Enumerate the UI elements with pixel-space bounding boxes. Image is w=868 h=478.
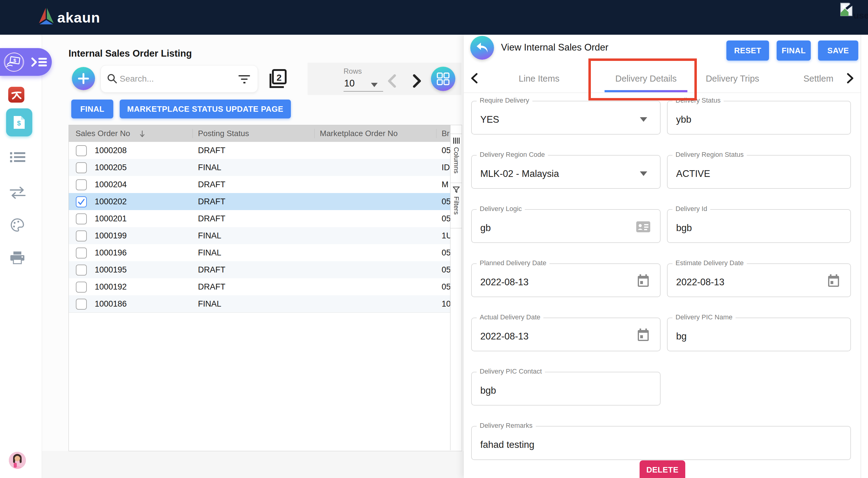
tab-settlement[interactable]: Settlem [803,69,841,88]
add-order-button[interactable] [72,67,95,90]
chevron-right-icon [846,73,854,84]
search-bar[interactable]: Search... [100,65,258,93]
column-header-sales-order-no[interactable]: Sales Order No [75,125,130,142]
tab-delivery-trips[interactable]: Delivery Trips [702,69,763,88]
search-icon [107,73,117,84]
field-delivery-pic-contact[interactable]: Delivery PIC Contact bgb [471,372,660,406]
cell-order-no: 1000202 [95,193,127,210]
grid-view-button[interactable] [431,67,455,91]
sidebar-item-theme[interactable] [10,218,24,233]
table-row[interactable]: 1000186 FINAL 10 [69,295,450,313]
table-row[interactable]: 1000201 DRAFT 05 [69,210,450,227]
final-button[interactable]: FINAL [777,40,811,61]
chevron-left-icon [470,73,478,84]
svg-text:$: $ [17,119,21,127]
calendar-icon[interactable] [638,274,649,287]
marketplace-status-update-button[interactable]: MARKETPLACE STATUS UPDATE PAGE [120,100,291,119]
sort-descending-icon[interactable] [140,130,145,138]
strip-divider [451,228,462,228]
field-delivery-logic[interactable]: Delivery Logic gb [471,209,660,243]
search-filter-icon[interactable] [238,74,251,84]
field-delivery-id[interactable]: Delivery Id bgb [667,209,851,243]
tabs-scroll-right[interactable] [840,64,861,93]
sidebar-item-listing[interactable] [10,152,25,164]
row-checkbox[interactable] [76,282,87,293]
field-label: Delivery Logic [477,205,525,213]
field-value: YES [480,114,499,125]
duplicate-layer-button[interactable]: 2 [268,69,287,90]
rows-select-caret-icon[interactable] [371,83,378,87]
table-row[interactable]: 1000192 DRAFT 05 [69,278,450,296]
tabs-scroll-left[interactable] [464,64,485,93]
delete-button[interactable]: DELETE [640,460,685,478]
final-bulk-button[interactable]: FINAL [71,100,113,119]
chevron-down-icon[interactable] [640,171,647,176]
field-estimate-delivery-date[interactable]: Estimate Delivery Date 2022-08-13 [667,263,851,297]
prev-page-icon[interactable] [386,74,398,88]
column-header-marketplace-order-no[interactable]: Marketplace Order No [320,125,398,142]
footer-strip [42,451,464,478]
side-tab-filters[interactable]: Filters [452,196,460,215]
field-value: gb [480,223,491,233]
cell-order-no: 1000204 [95,176,127,193]
contact-card-icon[interactable] [636,221,650,232]
cell-order-no: 1000192 [95,278,127,295]
akaun-logo-icon [38,7,55,27]
sidebar-item-transfer[interactable] [9,186,26,201]
sidebar-item-da-app[interactable] [8,87,24,103]
table-row[interactable]: 1000204 DRAFT M [69,176,450,193]
panel-scroll-track[interactable] [861,35,861,478]
column-header-posting-status[interactable]: Posting Status [198,125,249,142]
row-checkbox[interactable] [76,162,87,173]
field-value: ybb [676,114,691,125]
field-delivery-pic-name[interactable]: Delivery PIC Name bg [667,318,851,351]
sidebar-item-print[interactable] [10,252,25,266]
sidebar-item-sales-doc-app[interactable]: $ [6,108,32,136]
field-delivery-region-status[interactable]: Delivery Region Status ACTIVE [667,155,851,189]
orders-table: Sales Order No Posting Status Marketplac… [68,125,462,451]
row-checkbox[interactable] [76,145,87,156]
header-divider [436,129,436,138]
field-value: fahad testing [480,439,534,450]
field-require-delivery[interactable]: Require Delivery YES [471,101,660,134]
row-checkbox[interactable] [76,264,87,276]
sidebar-active-module-pill[interactable]: $ [0,48,52,76]
column-header-branch[interactable]: Br [442,125,450,142]
calendar-icon[interactable] [638,328,649,341]
user-avatar-broken[interactable]: user [840,2,868,24]
next-page-icon[interactable] [410,74,423,88]
row-checkbox[interactable] [76,214,87,224]
table-row[interactable]: 1000208 DRAFT 05 [69,142,450,159]
row-checkbox[interactable] [76,179,87,190]
collapse-menu-icon[interactable] [31,55,48,69]
row-checkbox[interactable] [76,230,87,242]
da-brush-icon [11,90,22,100]
row-checkbox[interactable] [76,299,87,310]
rows-per-page-value[interactable]: 10 [344,78,354,89]
chevron-down-icon[interactable] [640,117,647,122]
tab-line-items[interactable]: Line Items [505,69,572,88]
cell-order-no: 1000201 [95,210,127,227]
table-row-selected[interactable]: 1000202 DRAFT 05 [69,193,450,211]
side-tab-columns[interactable]: Columns [452,147,460,173]
field-planned-delivery-date[interactable]: Planned Delivery Date 2022-08-13 [471,263,660,297]
field-delivery-region-code[interactable]: Delivery Region Code MLK-02 - Malaysia [471,155,660,189]
reset-button[interactable]: RESET [726,40,769,61]
table-row[interactable]: 1000195 DRAFT 05 [69,261,450,279]
save-button[interactable]: SAVE [818,40,858,61]
grid-icon [437,72,450,85]
field-delivery-remarks[interactable]: Delivery Remarks fahad testing [471,426,851,460]
table-row[interactable]: 1000205 FINAL ID [69,159,450,176]
field-actual-delivery-date[interactable]: Actual Delivery Date 2022-08-13 [471,318,660,351]
table-row[interactable]: 1000196 FINAL 05 [69,244,450,261]
row-checkbox[interactable] [76,248,87,258]
header-divider [314,129,315,138]
back-button[interactable] [470,36,494,60]
field-delivery-status[interactable]: Delivery Status ybb [667,101,851,134]
profile-avatar[interactable] [9,452,26,469]
printer-icon [10,252,25,265]
calendar-icon[interactable] [828,274,839,287]
row-checkbox-checked[interactable] [76,196,87,208]
field-value: MLK-02 - Malaysia [480,168,559,179]
table-row[interactable]: 1000199 FINAL 1U [69,227,450,245]
